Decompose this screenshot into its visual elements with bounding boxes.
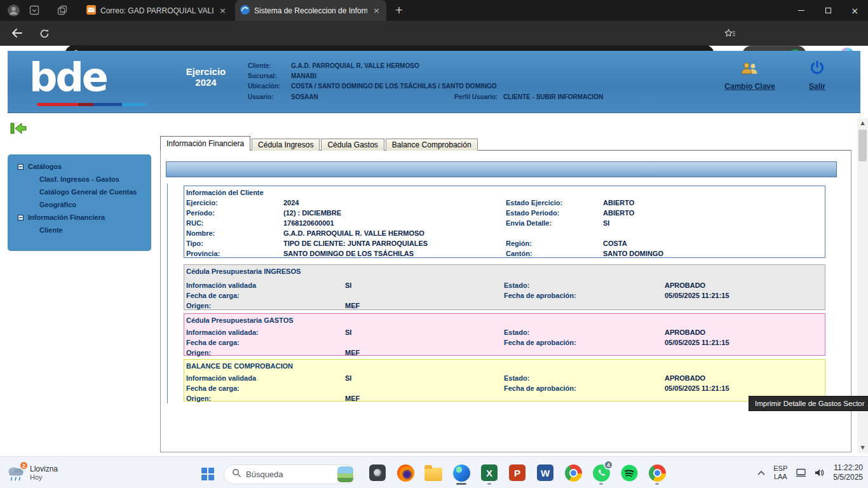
browser-tab-mail[interactable]: Correo: GAD PARROQUIAL VALLE × [81, 0, 233, 21]
browser-tab-system[interactable]: Sistema de Recoleccion de Inform × [235, 0, 386, 21]
whatsapp-icon[interactable]: 4 [588, 460, 614, 485]
power-icon [809, 60, 825, 79]
field-label: Estado: [504, 281, 665, 289]
field-label: RUC: [186, 219, 283, 227]
field-value: APROBADO [665, 374, 825, 382]
field-label: Cliente: [248, 62, 271, 69]
sidebar-item-label: Clasf. Ingresos - Gastos [39, 175, 119, 183]
firefox-icon[interactable] [393, 460, 418, 485]
field-label: Fecha de aprobación: [504, 292, 665, 299]
sidebar-item-clasf-ingresos-gastos[interactable]: Clasf. Ingresos - Gastos [8, 173, 151, 186]
field-value: ABIERTO [603, 199, 825, 207]
change-password-link[interactable]: Cambio Clave [718, 61, 782, 91]
field-label: Cantón: [506, 250, 603, 257]
clock[interactable]: 11:22:20 5/5/2025 [833, 463, 863, 482]
maximize-button[interactable] [815, 0, 841, 21]
favorites-icon[interactable] [724, 29, 736, 41]
go-back-icon[interactable] [10, 122, 27, 137]
excel-icon[interactable]: X [477, 460, 502, 485]
info-row: Origen: MEF [184, 393, 825, 403]
collapse-icon[interactable] [18, 215, 24, 220]
field-value: 1768120600001 [283, 219, 506, 227]
workspaces-icon[interactable] [57, 5, 67, 18]
sidebar-item-catalogo-general-cuentas[interactable]: Catálogo General de Cuentas [8, 186, 151, 198]
volume-icon[interactable] [815, 468, 825, 477]
chrome-icon[interactable] [560, 460, 586, 485]
tab-informacion-financiera[interactable]: Información Financiera [160, 136, 250, 151]
panel-left-rule [167, 184, 168, 403]
search-input[interactable]: Búsqueda [224, 464, 356, 484]
scroll-down-icon[interactable]: ▼ [857, 443, 868, 453]
spotify-icon[interactable] [616, 460, 642, 485]
info-row: Período: (12) : DICIEMBRE Estado Periodo… [184, 208, 825, 218]
start-button[interactable] [196, 464, 220, 484]
sidebar-item-label: Cliente [39, 226, 63, 234]
scroll-up-icon[interactable]: ▲ [857, 118, 868, 128]
exercise-label: Ejercicio [182, 66, 230, 77]
field-value: G.A.D. PARROQUIAL R. VALLE HERMOSO [283, 229, 506, 237]
weather-widget[interactable]: 2 Llovizna Hoy [5, 461, 58, 485]
powerpoint-icon[interactable]: P [505, 460, 530, 485]
close-tab-icon[interactable]: × [372, 6, 381, 15]
refresh-icon[interactable] [39, 29, 50, 41]
field-value: SI [345, 374, 504, 382]
profile-label: Perfil Usuario: [454, 93, 498, 100]
section-title: Cédula Presupuestaria INGRESOS [184, 266, 825, 276]
sidebar-item-geografico[interactable]: Geográfico [8, 198, 151, 211]
field-label: Ubicación: [248, 83, 280, 90]
tab-cedula-ingresos[interactable]: Cédula Ingresos [252, 139, 320, 151]
chrome-icon-2[interactable] [644, 460, 670, 485]
sidebar-item-catalogos[interactable]: Catálogos [8, 160, 151, 173]
field-value: TIPO DE CLIENTE: JUNTA PARROQUIALES [283, 240, 506, 247]
field-label: Período: [186, 209, 283, 217]
info-row: Provincia: SANTO DOMINGO DE LOS TSÁCHILA… [184, 248, 825, 259]
field-value: SANTO DOMINGO [603, 250, 825, 257]
collapse-icon[interactable] [18, 164, 24, 170]
field-label: Ejercicio: [186, 199, 283, 207]
display-icon[interactable] [796, 468, 806, 477]
field-label: Origen: [186, 395, 345, 402]
photos-app-icon[interactable] [365, 460, 390, 485]
search-highlight-image[interactable] [337, 466, 353, 482]
minimize-button[interactable] [788, 0, 815, 21]
content-tabstrip: Información Financiera Cédula Ingresos C… [160, 136, 478, 151]
tab-balance-comprobacion[interactable]: Balance Comprobación [386, 139, 478, 151]
content-panel: Información del Cliente Ejercicio: 2024 … [160, 150, 851, 452]
info-row: Fecha de carga: Fecha de aprobación: 05/… [184, 290, 825, 301]
field-value: SI [603, 219, 825, 227]
sidebar-item-cliente[interactable]: Cliente [8, 224, 151, 236]
field-value: 05/05/2025 11:21:15 [665, 292, 825, 299]
field-label: Estado Ejercicio: [506, 199, 603, 207]
new-tab-button[interactable]: + [393, 4, 405, 17]
info-row: Ejercicio: 2024 Estado Ejercicio: ABIERT… [184, 198, 825, 208]
scrollbar-thumb[interactable] [858, 130, 867, 161]
field-value: SOSAAN [291, 93, 318, 100]
field-value: (12) : DICIEMBRE [283, 209, 506, 217]
field-value: APROBADO [665, 281, 825, 289]
exercise-block: Ejercicio 2024 [182, 66, 230, 88]
language-indicator[interactable]: ESP LAA [773, 464, 787, 481]
close-tab-icon[interactable]: × [218, 6, 227, 15]
field-label: Estado Periodo: [506, 209, 603, 217]
bde-page-header: bde Ejercicio 2024 Cliente: G.A.D. PARRO… [8, 51, 860, 113]
word-icon[interactable]: W [532, 460, 558, 485]
system-tray: ESP LAA 11:22:20 5/5/2025 [757, 460, 863, 485]
search-icon [232, 468, 241, 480]
close-window-button[interactable]: × [841, 0, 868, 21]
info-row: Fecha de carga: Fecha de aprobación: 05/… [184, 337, 825, 348]
back-icon[interactable] [11, 29, 22, 40]
tab-actions-icon[interactable] [29, 5, 39, 18]
file-explorer-icon[interactable] [421, 460, 446, 485]
field-value: 05/05/2025 11:21:15 [665, 339, 825, 346]
edge-icon[interactable] [449, 460, 474, 485]
field-label: Estado: [504, 329, 665, 336]
tab-cedula-gastos[interactable]: Cédula Gastos [321, 139, 384, 151]
logout-link[interactable]: Salir [798, 60, 836, 91]
profile-avatar[interactable] [8, 4, 20, 17]
sidebar-item-informacion-financiera[interactable]: Información Financiera [8, 211, 151, 224]
print-tooltip: Imprimir Detalle de Gastos Sector [749, 396, 868, 411]
tray-chevron-icon[interactable] [757, 471, 765, 475]
sidebar-item-label: Catálogo General de Cuentas [39, 188, 137, 196]
field-label: Usuario: [248, 93, 274, 100]
browser-titlebar: Correo: GAD PARROQUIAL VALLE × Sistema d… [0, 0, 868, 21]
